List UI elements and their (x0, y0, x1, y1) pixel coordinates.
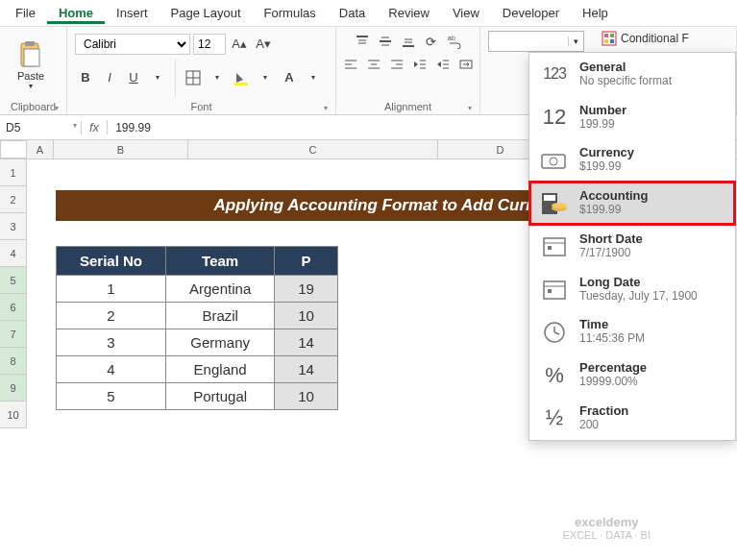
borders-dropdown-icon[interactable]: ▾ (207, 67, 228, 88)
table-cell[interactable]: Portugal (166, 383, 275, 410)
menu-home[interactable]: Home (47, 2, 105, 24)
increase-font-icon[interactable]: A▴ (229, 34, 250, 55)
format-option-currency[interactable]: Currency$199.99 (529, 138, 735, 182)
format-example: $199.99 (579, 204, 649, 217)
formula-input[interactable]: 199.99 (108, 121, 159, 134)
table-cell[interactable]: Brazil (166, 303, 275, 329)
format-option-longdate[interactable]: Long DateTuesday, July 17, 1900 (529, 268, 735, 311)
align-bottom-icon[interactable] (398, 31, 419, 52)
menu-file[interactable]: File (4, 2, 47, 24)
menu-formulas[interactable]: Formulas (253, 2, 328, 24)
table-row: 2Brazil10 (57, 303, 338, 329)
col-head-B[interactable]: B (54, 140, 188, 158)
alignment-group-label: Alignment (344, 99, 472, 114)
table-cell[interactable]: 1 (57, 276, 166, 303)
underline-button[interactable]: U (123, 67, 144, 88)
align-middle-icon[interactable] (375, 31, 396, 52)
svg-rect-37 (610, 39, 614, 43)
row-head-3[interactable]: 3 (0, 213, 26, 240)
table-cell[interactable]: 3 (57, 329, 166, 356)
align-right-icon[interactable] (386, 54, 407, 75)
font-color-button[interactable]: A (279, 67, 300, 88)
menu-data[interactable]: Data (328, 2, 377, 24)
fontcolor-dropdown-icon[interactable]: ▾ (303, 67, 324, 88)
format-option-accounting[interactable]: Accounting$199.99 (529, 182, 735, 225)
decrease-font-icon[interactable]: A▾ (253, 34, 274, 55)
menu-review[interactable]: Review (377, 2, 441, 24)
table-cell[interactable]: 14 (275, 356, 338, 383)
menu-developer[interactable]: Developer (491, 2, 571, 24)
table-cell[interactable]: 5 (57, 383, 166, 410)
svg-rect-47 (544, 281, 565, 299)
alignment-group: ⟳ ab Alignment (336, 27, 480, 114)
increase-indent-icon[interactable] (432, 54, 454, 75)
merge-icon[interactable] (455, 54, 477, 75)
table-header: Serial No (57, 247, 166, 276)
row-head-7[interactable]: 7 (0, 321, 26, 348)
format-name: General (579, 61, 672, 75)
row-head-6[interactable]: 6 (0, 294, 26, 321)
clipboard-group-label: Clipboard (8, 99, 59, 114)
row-head-9[interactable]: 9 (0, 375, 26, 402)
decrease-indent-icon[interactable] (409, 54, 430, 75)
orientation-icon[interactable]: ⟳ (421, 31, 442, 52)
format-name: Time (579, 318, 645, 332)
svg-text:ab: ab (448, 35, 455, 41)
fx-icon[interactable]: fx (82, 120, 108, 134)
col-head-C[interactable]: C (188, 140, 438, 158)
shortdate-icon (539, 232, 570, 259)
row-head-10[interactable]: 10 (0, 402, 26, 428)
select-all-corner[interactable] (0, 140, 27, 158)
align-center-icon[interactable] (363, 54, 384, 75)
row-head-8[interactable]: 8 (0, 348, 26, 375)
format-option-fraction[interactable]: ½Fraction200 (529, 397, 735, 440)
svg-rect-1 (25, 41, 35, 46)
svg-rect-41 (544, 195, 555, 201)
borders-button[interactable] (183, 67, 204, 88)
paste-button[interactable]: Paste ▾ (8, 39, 54, 90)
menu-view[interactable]: View (441, 2, 491, 24)
fill-dropdown-icon[interactable]: ▾ (255, 67, 276, 88)
table-cell[interactable]: 10 (275, 303, 338, 329)
table-cell[interactable]: 14 (275, 329, 338, 356)
table-cell[interactable]: 4 (57, 356, 166, 383)
conditional-formatting-button[interactable]: Conditional F (602, 31, 689, 46)
conditional-label: Conditional F (621, 32, 689, 45)
table-cell[interactable]: England (166, 356, 275, 383)
format-example: Tuesday, July 17, 1900 (579, 290, 698, 304)
format-option-time[interactable]: Time11:45:36 PM (529, 310, 735, 353)
table-row: 1Argentina19 (57, 276, 338, 303)
table-cell[interactable]: 19 (275, 276, 338, 303)
table-cell[interactable]: 10 (275, 383, 338, 410)
wrap-text-icon[interactable]: ab (444, 31, 465, 52)
watermark: exceldemy EXCEL · DATA · BI (563, 516, 651, 541)
align-top-icon[interactable] (352, 31, 373, 52)
table-cell[interactable]: 2 (57, 303, 166, 329)
underline-dropdown-icon[interactable]: ▾ (147, 67, 168, 88)
menu-page-layout[interactable]: Page Layout (160, 2, 253, 24)
italic-button[interactable]: I (99, 67, 120, 88)
table-cell[interactable]: Argentina (166, 276, 275, 303)
row-head-1[interactable]: 1 (0, 159, 26, 186)
format-option-number[interactable]: 12Number199.99 (529, 96, 735, 139)
format-option-percentage[interactable]: %Percentage19999.00% (529, 353, 735, 397)
name-box[interactable]: D5 (0, 121, 82, 134)
menu-insert[interactable]: Insert (105, 2, 160, 24)
row-head-5[interactable]: 5 (0, 267, 26, 294)
col-head-A[interactable]: A (27, 140, 54, 158)
number-format-combo[interactable]: ▾ (488, 31, 584, 52)
number-icon: 12 (539, 104, 570, 131)
format-option-general[interactable]: 123GeneralNo specific format (529, 53, 735, 96)
bold-button[interactable]: B (75, 67, 96, 88)
format-option-shortdate[interactable]: Short Date7/17/1900 (529, 225, 735, 268)
font-name-select[interactable]: Calibri (75, 34, 190, 55)
row-head-2[interactable]: 2 (0, 186, 26, 213)
menu-help[interactable]: Help (571, 2, 620, 24)
table-cell[interactable]: Germany (166, 329, 275, 356)
chevron-down-icon[interactable]: ▾ (568, 37, 583, 46)
font-size-input[interactable] (193, 34, 226, 55)
row-head-4[interactable]: 4 (0, 240, 26, 267)
svg-rect-2 (24, 49, 39, 66)
fill-color-button[interactable] (231, 67, 252, 88)
align-left-icon[interactable] (340, 54, 361, 75)
